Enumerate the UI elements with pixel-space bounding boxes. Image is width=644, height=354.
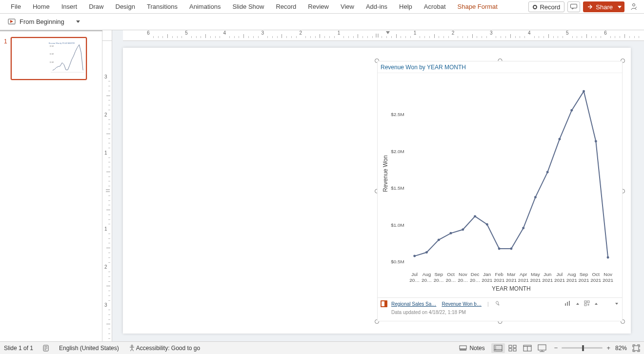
chart-type-icon[interactable] [564,300,571,307]
svg-text:20…: 20… [409,277,420,283]
zoom-in-button[interactable]: + [605,344,611,352]
ribbon-tab-slide-show[interactable]: Slide Show [226,0,270,14]
ruler-corner [102,30,112,41]
ribbon-tab-shape-format[interactable]: Shape Format [452,0,503,14]
ribbon-tab-review[interactable]: Review [302,0,335,14]
language-indicator[interactable]: English (United States) [59,345,119,352]
quick-access-toolbar: From Beginning [0,14,644,30]
svg-text:20…: 20… [422,277,432,283]
svg-text:Jul: Jul [411,272,418,277]
accessibility-icon [128,344,136,352]
share-label: Share [596,3,613,11]
notes-label: Notes [469,345,484,352]
ribbon-mode-button[interactable] [627,1,640,12]
svg-text:$2.0M: $2.0M [50,53,54,55]
svg-text:Apr: Apr [520,272,527,277]
chevron-up-icon[interactable] [576,303,579,305]
ribbon-tab-design[interactable]: Design [110,0,141,14]
zoom-control: − + [553,344,611,352]
svg-text:$1.0M: $1.0M [50,61,54,63]
slide-edit-area[interactable]: 654321123456 321123 Revenue Won by YEAR … [102,30,644,341]
svg-point-27 [559,138,561,140]
svg-text:Sep: Sep [434,272,443,277]
svg-point-18 [450,232,452,235]
svg-point-30 [595,140,597,142]
zoom-slider-track[interactable] [562,347,603,349]
chevron-up-icon[interactable] [595,303,598,305]
ribbon-tab-acrobat[interactable]: Acrobat [418,0,452,14]
chart-card: Revenue Won by YEAR MONTH $0.5M$1.0M$1.5… [377,61,623,321]
svg-text:Oct: Oct [592,272,600,277]
ribbon-tab-add-ins[interactable]: Add-ins [360,0,393,14]
svg-text:May: May [531,272,540,277]
ribbon-tab-view[interactable]: View [335,0,360,14]
slideshow-view-button[interactable] [535,343,549,353]
svg-text:2021: 2021 [603,277,614,283]
spellcheck-icon[interactable] [42,344,50,352]
svg-point-19 [462,228,464,231]
svg-text:20…: 20… [458,277,468,283]
zoom-percent[interactable]: 82% [615,345,627,352]
svg-rect-83 [509,349,512,351]
pin-icon[interactable] [495,301,500,307]
ribbon-tab-record[interactable]: Record [270,0,302,14]
ribbon-tab-help[interactable]: Help [393,0,418,14]
zoom-out-button[interactable]: − [553,344,559,352]
share-icon [587,4,593,10]
fit-to-window-button[interactable] [632,344,640,352]
svg-point-15 [413,255,416,257]
record-button[interactable]: Record [528,1,564,12]
accessibility-status[interactable]: Accessibility: Good to go [136,345,200,352]
thumbnail-number: 1 [4,37,11,45]
svg-rect-84 [513,349,516,351]
chart-updated-text: Data updated on 4/18/22, 1:18 PM [378,310,622,315]
svg-text:Aug: Aug [423,272,431,277]
ribbon-tab-transitions[interactable]: Transitions [141,0,183,14]
thumbnail-pane[interactable]: 1 Revenue Won by YEAR MONTH $2.5M $2.0M … [0,30,102,341]
chart-source-links[interactable]: Regional Sales Sa… Revenue Won b… [391,301,482,307]
record-icon [533,5,537,9]
svg-text:Nov: Nov [604,272,612,277]
chart-title: Revenue Won by YEAR MONTH [378,61,622,73]
chart-object[interactable]: Revenue Won by YEAR MONTH $0.5M$1.0M$1.5… [377,61,623,321]
svg-rect-81 [509,345,512,348]
ribbon-tab-draw[interactable]: Draw [83,0,109,14]
svg-text:Feb: Feb [495,272,504,277]
chevron-down-icon[interactable] [615,303,618,305]
ribbon-tab-insert[interactable]: Insert [56,0,83,14]
record-label: Record [540,3,560,11]
slide-indicator[interactable]: Slide 1 of 1 [4,345,33,352]
ribbon-tab-animations[interactable]: Animations [183,0,226,14]
svg-rect-91 [634,346,639,351]
zoom-slider-thumb[interactable] [582,345,584,351]
svg-text:Jul: Jul [557,272,563,277]
slide-thumbnail-1[interactable]: Revenue Won by YEAR MONTH $2.5M $2.0M $1… [11,37,87,80]
from-beginning-button[interactable]: From Beginning [5,17,67,27]
svg-rect-69 [569,301,570,306]
slide-canvas[interactable]: Revenue Won by YEAR MONTH $0.5M$1.0M$1.5… [123,48,631,334]
svg-point-26 [546,171,549,174]
svg-text:2021: 2021 [566,277,578,283]
reading-view-button[interactable] [521,343,534,353]
svg-rect-3 [8,24,15,25]
notes-button[interactable]: Notes [459,345,484,352]
svg-text:2021: 2021 [578,277,589,283]
comments-button[interactable] [567,1,580,12]
ribbon-tab-home[interactable]: Home [27,0,56,14]
svg-point-29 [583,90,585,93]
normal-view-button[interactable] [491,343,505,353]
filter-icon[interactable] [584,300,590,307]
svg-text:$0.5M: $0.5M [391,259,404,264]
ribbon-mode-icon [630,3,638,11]
ribbon-tab-file[interactable]: File [5,0,27,14]
svg-point-31 [607,256,609,259]
comments-icon [570,4,577,10]
share-button[interactable]: Share [583,1,624,12]
svg-text:Oct: Oct [447,272,455,277]
qat-customize-dropdown[interactable] [76,20,80,23]
status-bar: Slide 1 of 1 English (United States) Acc… [0,341,644,354]
slide-sorter-view-button[interactable] [506,343,520,353]
notes-icon [459,345,467,351]
svg-point-21 [486,223,488,226]
svg-point-23 [510,248,512,250]
